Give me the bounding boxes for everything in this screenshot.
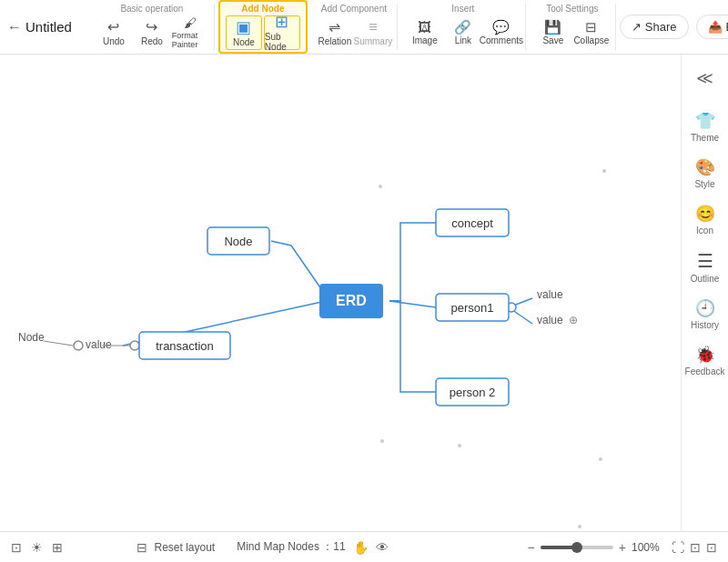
toolbar-right: ↗ Share 📤 Export: [620, 15, 728, 39]
value-text-1: value: [537, 288, 563, 301]
reset-layout-label[interactable]: Reset layout: [155, 541, 216, 554]
undo-button[interactable]: ↩ Undo: [96, 15, 132, 50]
value-label-left: value: [86, 338, 112, 351]
document-title: Untitled: [25, 19, 72, 35]
collapse-label: Collapse: [573, 35, 609, 45]
image-icon: 🖼: [418, 20, 431, 34]
theme-icon: 👕: [695, 111, 715, 131]
save-button[interactable]: 💾 Save: [535, 15, 571, 50]
summary-icon: ≡: [369, 20, 377, 35]
bg-icon[interactable]: ⊡: [11, 540, 22, 555]
zoom-minus-button[interactable]: −: [528, 540, 535, 555]
node-label-left: Node: [18, 331, 45, 344]
zoom-slider[interactable]: [541, 546, 613, 549]
sub-node-button[interactable]: ⊞ Sub Node: [264, 15, 300, 50]
tool-settings-label: Tool Settings: [546, 4, 598, 14]
node-label: Node: [233, 37, 255, 47]
collapse-button[interactable]: ⊟ Collapse: [573, 15, 610, 50]
zoom-plus-button[interactable]: +: [619, 540, 626, 555]
fullscreen-button[interactable]: ⛶: [672, 540, 684, 555]
connector-circle-1: [74, 341, 83, 350]
add-component-label: Add Component: [321, 4, 387, 14]
dot-4: [458, 444, 461, 447]
link-icon: 🔗: [454, 20, 471, 34]
grid-icon[interactable]: ⊞: [52, 540, 63, 555]
erd-center-text: ERD: [336, 293, 367, 308]
eye-icon[interactable]: 👁: [376, 540, 389, 555]
collapse-icon: ⊟: [585, 20, 597, 34]
sub-node-label: Sub Node: [265, 32, 299, 52]
line-erd-node1: [271, 241, 326, 296]
dot-5: [599, 457, 602, 461]
theme-label: Theme: [691, 133, 719, 143]
relation-button[interactable]: ⇌ Relation: [317, 15, 353, 50]
sidebar-item-theme[interactable]: 👕 Theme: [683, 105, 727, 148]
relation-icon: ⇌: [329, 20, 340, 35]
redo-button[interactable]: ↪ Redo: [134, 15, 170, 50]
sidebar-collapse-button[interactable]: ≪: [689, 62, 722, 95]
image-button[interactable]: 🖼 Image: [407, 15, 443, 50]
summary-button[interactable]: ≡ Summary: [355, 15, 391, 50]
concept-text: concept: [451, 216, 493, 230]
summary-label: Summary: [353, 36, 392, 46]
sun-icon[interactable]: ☀: [31, 540, 43, 555]
format-painter-button[interactable]: 🖌 Format Painter: [172, 15, 208, 50]
outline-icon: ☰: [697, 250, 713, 272]
fit-button[interactable]: ⊡: [690, 540, 701, 555]
nodes-label: Mind Map Nodes ：: [237, 540, 333, 553]
history-label: History: [691, 320, 719, 330]
outline-label: Outline: [691, 274, 720, 284]
value-text-2: value: [537, 314, 563, 326]
sidebar-item-history[interactable]: 🕘 History: [683, 293, 727, 336]
person2-text: person 2: [450, 386, 496, 399]
right-sidebar: ≪ 👕 Theme 🎨 Style 😊 Icon ☰ Outline 🕘 His…: [681, 55, 728, 531]
tool-settings-items: 💾 Save ⊟ Collapse: [535, 15, 610, 50]
dot-3: [380, 439, 384, 443]
line-erd-person2: [389, 301, 436, 392]
hand-icon[interactable]: ✋: [353, 540, 369, 555]
style-icon: 🎨: [695, 157, 715, 177]
nodes-count: 11: [333, 540, 345, 553]
style-label: Style: [694, 179, 714, 189]
more-button[interactable]: ⊡: [706, 540, 717, 555]
icon-label: Icon: [696, 226, 713, 236]
comments-button[interactable]: 💬 Comments: [483, 15, 520, 50]
relation-label: Relation: [318, 36, 352, 46]
zoom-percent: 100%: [632, 541, 664, 554]
canvas[interactable]: ERD concept person1 person 2 Node transa…: [0, 55, 681, 531]
feedback-label: Feedback: [685, 366, 725, 376]
format-painter-icon: 🖌: [184, 16, 197, 29]
bottom-center: ⊟ Reset layout Mind Map Nodes ：11 ✋ 👁: [136, 539, 389, 555]
line-erd-concept: [389, 223, 436, 301]
dot-2: [602, 169, 606, 173]
insert-group: Insert 🖼 Image 🔗 Link 💬 Comments: [401, 4, 526, 50]
history-icon: 🕘: [695, 298, 715, 318]
undo-icon: ↩: [107, 20, 119, 35]
sidebar-item-style[interactable]: 🎨 Style: [683, 152, 727, 195]
link-button[interactable]: 🔗 Link: [445, 15, 481, 50]
share-label: Share: [645, 20, 677, 34]
back-button[interactable]: ←: [7, 15, 22, 40]
node-icon: ▣: [236, 19, 251, 35]
zoom-controls: − + 100%: [528, 540, 664, 555]
dot-6: [578, 525, 581, 528]
line-erd-person1: [389, 301, 436, 307]
export-button[interactable]: 📤 Export: [696, 15, 728, 39]
basic-operation-label: Basic operation: [120, 4, 183, 14]
sidebar-item-feedback[interactable]: 🐞 Feedback: [683, 339, 727, 382]
insert-items: 🖼 Image 🔗 Link 💬 Comments: [407, 15, 520, 50]
sub-node-icon: ⊞: [275, 14, 288, 30]
node1-text: Node: [224, 235, 252, 248]
zoom-slider-thumb: [571, 542, 582, 553]
share-button[interactable]: ↗ Share: [620, 15, 689, 39]
add-value-icon[interactable]: ⊕: [569, 314, 578, 326]
add-node-group: Add Node ▣ Node ⊞ Sub Node: [218, 0, 308, 54]
sidebar-item-outline[interactable]: ☰ Outline: [683, 245, 727, 289]
basic-operation-group: Basic operation ↩ Undo ↪ Redo 🖌 Format P…: [90, 4, 215, 50]
reset-icon[interactable]: ⊟: [136, 540, 147, 555]
sidebar-item-icon[interactable]: 😊 Icon: [683, 198, 727, 241]
node-button[interactable]: ▣ Node: [226, 15, 262, 50]
format-painter-label: Format Painter: [172, 31, 208, 49]
nodes-info: Mind Map Nodes ：11: [237, 539, 345, 555]
feedback-icon: 🐞: [695, 345, 715, 365]
